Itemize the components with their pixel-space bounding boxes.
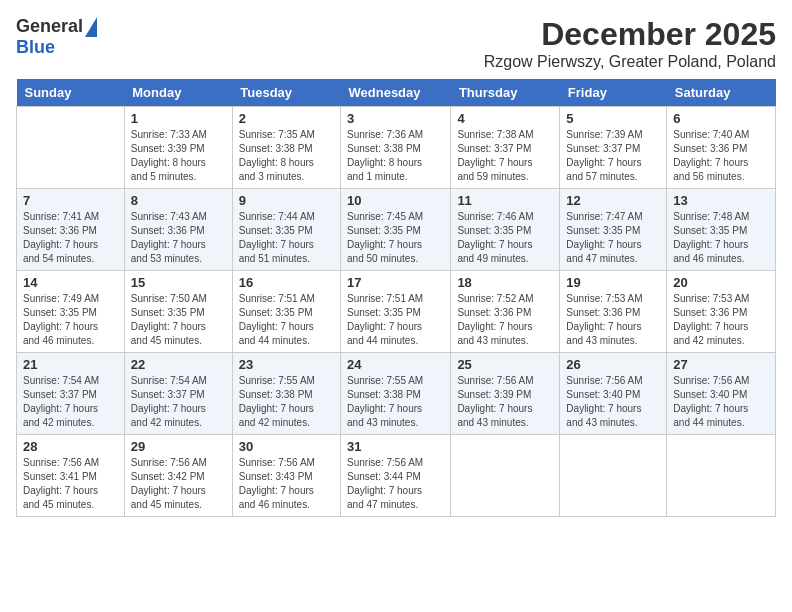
day-info: Sunrise: 7:56 AMSunset: 3:40 PMDaylight:… xyxy=(673,374,769,430)
day-info: Sunrise: 7:33 AMSunset: 3:39 PMDaylight:… xyxy=(131,128,226,184)
calendar-cell: 29Sunrise: 7:56 AMSunset: 3:42 PMDayligh… xyxy=(124,435,232,517)
day-number: 11 xyxy=(457,193,553,208)
header-cell-thursday: Thursday xyxy=(451,79,560,107)
calendar-cell: 17Sunrise: 7:51 AMSunset: 3:35 PMDayligh… xyxy=(341,271,451,353)
calendar-cell: 11Sunrise: 7:46 AMSunset: 3:35 PMDayligh… xyxy=(451,189,560,271)
day-info: Sunrise: 7:47 AMSunset: 3:35 PMDaylight:… xyxy=(566,210,660,266)
calendar-cell: 25Sunrise: 7:56 AMSunset: 3:39 PMDayligh… xyxy=(451,353,560,435)
calendar-cell: 21Sunrise: 7:54 AMSunset: 3:37 PMDayligh… xyxy=(17,353,125,435)
calendar-cell: 3Sunrise: 7:36 AMSunset: 3:38 PMDaylight… xyxy=(341,107,451,189)
day-number: 18 xyxy=(457,275,553,290)
header-cell-saturday: Saturday xyxy=(667,79,776,107)
day-number: 27 xyxy=(673,357,769,372)
logo: General Blue xyxy=(16,16,97,58)
logo-general-text: General xyxy=(16,16,83,37)
day-info: Sunrise: 7:49 AMSunset: 3:35 PMDaylight:… xyxy=(23,292,118,348)
day-number: 22 xyxy=(131,357,226,372)
calendar-week-5: 28Sunrise: 7:56 AMSunset: 3:41 PMDayligh… xyxy=(17,435,776,517)
day-number: 4 xyxy=(457,111,553,126)
day-number: 13 xyxy=(673,193,769,208)
day-number: 2 xyxy=(239,111,334,126)
day-number: 29 xyxy=(131,439,226,454)
calendar-week-3: 14Sunrise: 7:49 AMSunset: 3:35 PMDayligh… xyxy=(17,271,776,353)
day-info: Sunrise: 7:55 AMSunset: 3:38 PMDaylight:… xyxy=(347,374,444,430)
day-info: Sunrise: 7:51 AMSunset: 3:35 PMDaylight:… xyxy=(347,292,444,348)
calendar-cell: 26Sunrise: 7:56 AMSunset: 3:40 PMDayligh… xyxy=(560,353,667,435)
day-info: Sunrise: 7:44 AMSunset: 3:35 PMDaylight:… xyxy=(239,210,334,266)
day-number: 14 xyxy=(23,275,118,290)
calendar-cell xyxy=(560,435,667,517)
calendar-cell: 12Sunrise: 7:47 AMSunset: 3:35 PMDayligh… xyxy=(560,189,667,271)
calendar-cell: 31Sunrise: 7:56 AMSunset: 3:44 PMDayligh… xyxy=(341,435,451,517)
calendar-cell xyxy=(17,107,125,189)
title-section: December 2025 Rzgow Pierwszy, Greater Po… xyxy=(484,16,776,71)
day-info: Sunrise: 7:40 AMSunset: 3:36 PMDaylight:… xyxy=(673,128,769,184)
calendar-cell: 14Sunrise: 7:49 AMSunset: 3:35 PMDayligh… xyxy=(17,271,125,353)
calendar-cell: 20Sunrise: 7:53 AMSunset: 3:36 PMDayligh… xyxy=(667,271,776,353)
day-number: 1 xyxy=(131,111,226,126)
header-cell-sunday: Sunday xyxy=(17,79,125,107)
day-number: 21 xyxy=(23,357,118,372)
calendar-cell xyxy=(667,435,776,517)
calendar-table: SundayMondayTuesdayWednesdayThursdayFrid… xyxy=(16,79,776,517)
day-number: 30 xyxy=(239,439,334,454)
day-info: Sunrise: 7:56 AMSunset: 3:41 PMDaylight:… xyxy=(23,456,118,512)
day-number: 6 xyxy=(673,111,769,126)
calendar-cell: 24Sunrise: 7:55 AMSunset: 3:38 PMDayligh… xyxy=(341,353,451,435)
day-info: Sunrise: 7:56 AMSunset: 3:44 PMDaylight:… xyxy=(347,456,444,512)
header-row: SundayMondayTuesdayWednesdayThursdayFrid… xyxy=(17,79,776,107)
header-cell-wednesday: Wednesday xyxy=(341,79,451,107)
calendar-cell: 22Sunrise: 7:54 AMSunset: 3:37 PMDayligh… xyxy=(124,353,232,435)
logo-triangle-icon xyxy=(85,17,97,37)
day-info: Sunrise: 7:46 AMSunset: 3:35 PMDaylight:… xyxy=(457,210,553,266)
calendar-cell: 23Sunrise: 7:55 AMSunset: 3:38 PMDayligh… xyxy=(232,353,340,435)
day-info: Sunrise: 7:51 AMSunset: 3:35 PMDaylight:… xyxy=(239,292,334,348)
calendar-cell: 2Sunrise: 7:35 AMSunset: 3:38 PMDaylight… xyxy=(232,107,340,189)
page-subtitle: Rzgow Pierwszy, Greater Poland, Poland xyxy=(484,53,776,71)
calendar-cell: 4Sunrise: 7:38 AMSunset: 3:37 PMDaylight… xyxy=(451,107,560,189)
day-info: Sunrise: 7:55 AMSunset: 3:38 PMDaylight:… xyxy=(239,374,334,430)
day-info: Sunrise: 7:48 AMSunset: 3:35 PMDaylight:… xyxy=(673,210,769,266)
day-info: Sunrise: 7:52 AMSunset: 3:36 PMDaylight:… xyxy=(457,292,553,348)
page-header: General Blue December 2025 Rzgow Pierwsz… xyxy=(16,16,776,71)
calendar-week-4: 21Sunrise: 7:54 AMSunset: 3:37 PMDayligh… xyxy=(17,353,776,435)
day-info: Sunrise: 7:45 AMSunset: 3:35 PMDaylight:… xyxy=(347,210,444,266)
calendar-body: 1Sunrise: 7:33 AMSunset: 3:39 PMDaylight… xyxy=(17,107,776,517)
calendar-cell: 28Sunrise: 7:56 AMSunset: 3:41 PMDayligh… xyxy=(17,435,125,517)
calendar-cell: 7Sunrise: 7:41 AMSunset: 3:36 PMDaylight… xyxy=(17,189,125,271)
day-number: 24 xyxy=(347,357,444,372)
day-number: 26 xyxy=(566,357,660,372)
header-cell-monday: Monday xyxy=(124,79,232,107)
header-cell-tuesday: Tuesday xyxy=(232,79,340,107)
day-info: Sunrise: 7:41 AMSunset: 3:36 PMDaylight:… xyxy=(23,210,118,266)
calendar-cell: 30Sunrise: 7:56 AMSunset: 3:43 PMDayligh… xyxy=(232,435,340,517)
day-info: Sunrise: 7:56 AMSunset: 3:43 PMDaylight:… xyxy=(239,456,334,512)
calendar-cell: 15Sunrise: 7:50 AMSunset: 3:35 PMDayligh… xyxy=(124,271,232,353)
day-number: 28 xyxy=(23,439,118,454)
day-info: Sunrise: 7:56 AMSunset: 3:39 PMDaylight:… xyxy=(457,374,553,430)
day-info: Sunrise: 7:39 AMSunset: 3:37 PMDaylight:… xyxy=(566,128,660,184)
calendar-cell xyxy=(451,435,560,517)
header-cell-friday: Friday xyxy=(560,79,667,107)
calendar-cell: 6Sunrise: 7:40 AMSunset: 3:36 PMDaylight… xyxy=(667,107,776,189)
calendar-cell: 18Sunrise: 7:52 AMSunset: 3:36 PMDayligh… xyxy=(451,271,560,353)
day-number: 31 xyxy=(347,439,444,454)
day-info: Sunrise: 7:36 AMSunset: 3:38 PMDaylight:… xyxy=(347,128,444,184)
day-number: 23 xyxy=(239,357,334,372)
day-number: 25 xyxy=(457,357,553,372)
day-number: 10 xyxy=(347,193,444,208)
day-number: 20 xyxy=(673,275,769,290)
page-title: December 2025 xyxy=(484,16,776,53)
calendar-week-2: 7Sunrise: 7:41 AMSunset: 3:36 PMDaylight… xyxy=(17,189,776,271)
day-info: Sunrise: 7:50 AMSunset: 3:35 PMDaylight:… xyxy=(131,292,226,348)
day-info: Sunrise: 7:54 AMSunset: 3:37 PMDaylight:… xyxy=(131,374,226,430)
day-info: Sunrise: 7:56 AMSunset: 3:42 PMDaylight:… xyxy=(131,456,226,512)
calendar-cell: 19Sunrise: 7:53 AMSunset: 3:36 PMDayligh… xyxy=(560,271,667,353)
calendar-header: SundayMondayTuesdayWednesdayThursdayFrid… xyxy=(17,79,776,107)
day-info: Sunrise: 7:54 AMSunset: 3:37 PMDaylight:… xyxy=(23,374,118,430)
day-info: Sunrise: 7:35 AMSunset: 3:38 PMDaylight:… xyxy=(239,128,334,184)
calendar-cell: 27Sunrise: 7:56 AMSunset: 3:40 PMDayligh… xyxy=(667,353,776,435)
calendar-cell: 10Sunrise: 7:45 AMSunset: 3:35 PMDayligh… xyxy=(341,189,451,271)
day-number: 12 xyxy=(566,193,660,208)
calendar-cell: 5Sunrise: 7:39 AMSunset: 3:37 PMDaylight… xyxy=(560,107,667,189)
